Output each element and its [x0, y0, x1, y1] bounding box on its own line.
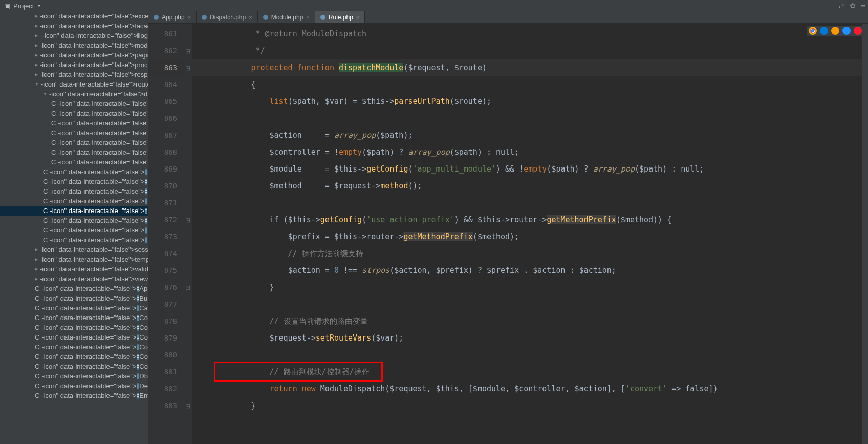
chrome-icon[interactable]	[809, 27, 817, 35]
file-RuleName.php[interactable]: C-icon" data-interactable="false">CRuleN…	[0, 235, 148, 245]
close-icon[interactable]: ×	[306, 14, 309, 20]
folder-session[interactable]: ▶-icon" data-interactable="false">sessio…	[0, 245, 148, 255]
line-number[interactable]: 883	[148, 397, 184, 414]
safari-icon[interactable]	[842, 27, 851, 35]
file-Module.php[interactable]: C-icon" data-interactable="false">CModul…	[0, 118, 148, 128]
code-line-867[interactable]: $action = array_pop($path);	[192, 127, 862, 144]
line-number[interactable]: 876	[148, 279, 184, 296]
line-number[interactable]: 882	[148, 380, 184, 397]
code-line-863[interactable]: protected function dispatchModule($reque…	[192, 59, 862, 76]
file-Console.php[interactable]: C-icon" data-interactable="false">CConso…	[0, 332, 148, 342]
code-line-869[interactable]: $module = $this->getConfig('app_multi_mo…	[192, 161, 862, 178]
file-Build.php[interactable]: C-icon" data-interactable="false">CBuild…	[0, 293, 148, 303]
code-line-883[interactable]: }	[192, 397, 862, 414]
tab-Dispatch.php[interactable]: Dispatch.php×	[197, 11, 257, 23]
firefox-icon[interactable]	[831, 27, 839, 35]
tab-Module.php[interactable]: Module.php×	[258, 11, 315, 23]
line-number[interactable]: 864	[148, 76, 184, 93]
line-number[interactable]: 872	[148, 212, 184, 228]
folder-route[interactable]: ▼-icon" data-interactable="false">route	[0, 79, 148, 89]
line-number[interactable]: 878	[148, 313, 184, 330]
fold-toggle-icon[interactable]: ⊟	[185, 48, 190, 55]
code-line-870[interactable]: $method = $request->method();	[192, 178, 862, 195]
code-line-877[interactable]	[192, 296, 862, 313]
fold-toggle-icon[interactable]: ⊟	[185, 217, 190, 224]
line-number[interactable]: 862	[148, 43, 184, 59]
project-tree[interactable]: ▶-icon" data-interactable="false">except…	[0, 11, 148, 444]
line-number[interactable]: 880	[148, 347, 184, 364]
folder-paginator[interactable]: ▶-icon" data-interactable="false">pagina…	[0, 50, 148, 60]
project-dropdown[interactable]: ▣ Project ▼	[0, 2, 45, 10]
file-Url.php[interactable]: C-icon" data-interactable="false">CUrl.p…	[0, 147, 148, 157]
folder-log[interactable]: ▶-icon" data-interactable="false">log	[0, 31, 148, 40]
file-Collection.php[interactable]: C-icon" data-interactable="false">CColle…	[0, 313, 148, 323]
file-App.php[interactable]: C-icon" data-interactable="false">CApp.p…	[0, 284, 148, 293]
file-Controller.php[interactable]: C-icon" data-interactable="false">CContr…	[0, 352, 148, 362]
line-number[interactable]: 873	[148, 228, 184, 245]
file-RuleItem.php[interactable]: C-icon" data-interactable="false">CRuleI…	[0, 225, 148, 235]
folder-exception[interactable]: ▶-icon" data-interactable="false">except…	[0, 11, 148, 21]
file-Config.php[interactable]: C-icon" data-interactable="false">CConfi…	[0, 323, 148, 332]
code-line-864[interactable]: {	[192, 76, 862, 93]
tab-App.php[interactable]: App.php×	[148, 11, 197, 23]
file-RuleGroup.php[interactable]: C-icon" data-interactable="false">CRuleG…	[0, 216, 148, 225]
folder-view[interactable]: ▶-icon" data-interactable="false">view	[0, 274, 148, 284]
folder-model[interactable]: ▶-icon" data-interactable="false">model	[0, 40, 148, 50]
line-number[interactable]: 867	[148, 127, 184, 144]
fold-toggle-icon[interactable]: ⊟	[185, 403, 190, 410]
fold-toggle-icon[interactable]: ⊟	[185, 65, 190, 72]
code-line-882[interactable]: return new ModuleDispatch($request, $thi…	[192, 380, 862, 397]
code-line-861[interactable]: * @return ModuleDispatch	[192, 26, 862, 43]
file-Cache.php[interactable]: C-icon" data-interactable="false">CCache…	[0, 303, 148, 313]
file-Env.php[interactable]: C-icon" data-interactable="false">CEnv.p…	[0, 391, 148, 400]
folder-process[interactable]: ▶-icon" data-interactable="false">proces…	[0, 60, 148, 70]
file-Container.php[interactable]: C-icon" data-interactable="false">CConta…	[0, 342, 148, 352]
code-line-865[interactable]: list($path, $var) = $this->parseUrlPath(…	[192, 93, 862, 110]
file-Response.php[interactable]: C-icon" data-interactable="false">CRespo…	[0, 138, 148, 147]
line-number[interactable]: 863	[148, 59, 184, 76]
file-AliasRule.php[interactable]: C-icon" data-interactable="false">CAlias…	[0, 167, 148, 177]
tab-Rule.php[interactable]: Rule.php×	[315, 11, 365, 23]
line-number[interactable]: 871	[148, 195, 184, 212]
close-icon[interactable]: ×	[188, 14, 191, 20]
folder-validate[interactable]: ▶-icon" data-interactable="false">valida…	[0, 264, 148, 274]
line-number[interactable]: 879	[148, 330, 184, 347]
code-line-878[interactable]: // 设置当前请求的路由变量	[192, 313, 862, 330]
file-Cookie.php[interactable]: C-icon" data-interactable="false">CCooki…	[0, 362, 148, 371]
code-line-862[interactable]: */	[192, 43, 862, 59]
file-View.php[interactable]: C-icon" data-interactable="false">CView.…	[0, 157, 148, 167]
line-number[interactable]: 868	[148, 144, 184, 161]
code-line-880[interactable]	[192, 347, 862, 364]
code-line-876[interactable]: }	[192, 279, 862, 296]
file-Domain.php[interactable]: C-icon" data-interactable="false">CDomai…	[0, 186, 148, 196]
code-line-872[interactable]: if ($this->getConfig('use_action_prefix'…	[192, 212, 862, 228]
code-line-871[interactable]	[192, 195, 862, 212]
folder-template[interactable]: ▶-icon" data-interactable="false">templa…	[0, 255, 148, 264]
code-line-879[interactable]: $request->setRouteVars($var);	[192, 330, 862, 347]
line-number[interactable]: 866	[148, 110, 184, 127]
line-number[interactable]: 870	[148, 178, 184, 195]
code-line-873[interactable]: $prefix = $this->router->getMethodPrefix…	[192, 228, 862, 245]
gear-icon[interactable]: ✿	[850, 2, 856, 10]
line-number[interactable]: 874	[148, 245, 184, 262]
file-Db.php[interactable]: C-icon" data-interactable="false">CDb.ph…	[0, 371, 148, 381]
opera-icon[interactable]	[854, 27, 862, 35]
minimize-icon[interactable]: ━	[861, 2, 865, 10]
code-line-868[interactable]: $controller = !empty($path) ? array_pop(…	[192, 144, 862, 161]
line-number[interactable]: 881	[148, 364, 184, 380]
file-Controller.php[interactable]: C-icon" data-interactable="false">CContr…	[0, 109, 148, 118]
file-Redirect.php[interactable]: C-icon" data-interactable="false">CRedir…	[0, 128, 148, 138]
line-number[interactable]: 875	[148, 262, 184, 279]
folder-facade[interactable]: ▶-icon" data-interactable="false">facade	[0, 21, 148, 31]
vertical-scrollbar[interactable]	[862, 24, 868, 444]
code-line-881[interactable]: // 路由到模块/控制器/操作	[192, 364, 862, 380]
fold-column[interactable]: ⊟⊟⊟⊟⊟	[184, 24, 192, 444]
collapse-icon[interactable]: ⇄	[838, 2, 844, 10]
line-number[interactable]: 861	[148, 26, 184, 43]
close-icon[interactable]: ×	[249, 14, 252, 20]
line-number[interactable]: 869	[148, 161, 184, 178]
line-number[interactable]: 865	[148, 93, 184, 110]
file-Callback.php[interactable]: C-icon" data-interactable="false">CCallb…	[0, 99, 148, 109]
edge-icon[interactable]	[820, 27, 828, 35]
file-Dispatch.php[interactable]: C-icon" data-interactable="false">CDispa…	[0, 177, 148, 186]
